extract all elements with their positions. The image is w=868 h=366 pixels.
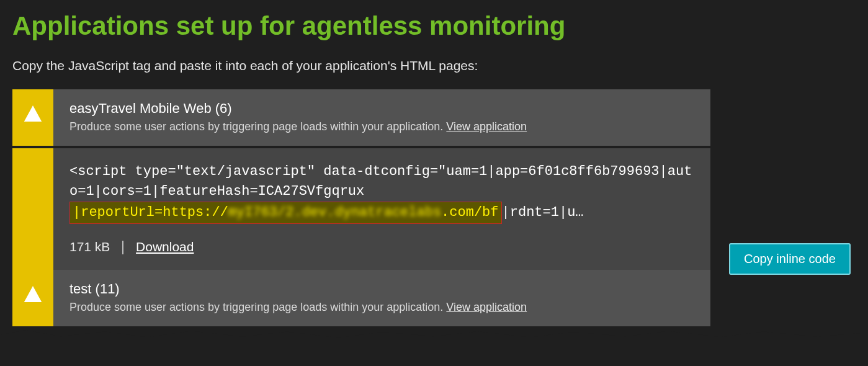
application-name: test (11)	[69, 281, 697, 297]
separator	[122, 241, 123, 254]
code-snippet: <script type="text/javascript" data-dtco…	[69, 162, 694, 224]
warning-icon	[24, 286, 42, 302]
code-size: 171 kB	[69, 239, 110, 254]
application-row: test (11) Produce some user actions by t…	[12, 270, 710, 326]
code-text-post: |rdnt=1|u…	[502, 205, 584, 220]
redacted-host: myI763/2.dev.dynatracelabs	[228, 203, 441, 223]
application-name: easyTravel Mobile Web (6)	[69, 100, 697, 117]
warning-icon	[24, 105, 42, 122]
warning-stripe	[12, 148, 53, 270]
page-title: Applications set up for agentless monito…	[12, 11, 856, 41]
copy-inline-code-button[interactable]: Copy inline code	[729, 243, 851, 275]
applications-list: easyTravel Mobile Web (6) Produce some u…	[12, 89, 710, 329]
view-application-link[interactable]: View application	[446, 120, 527, 133]
application-hint: Produce some user actions by triggering …	[69, 301, 697, 314]
application-hint: Produce some user actions by triggering …	[69, 120, 697, 133]
application-row: easyTravel Mobile Web (6) Produce some u…	[12, 89, 710, 146]
warning-stripe	[12, 270, 53, 326]
code-text-pre: <script type="text/javascript" data-dtco…	[69, 164, 692, 199]
highlighted-report-url: |reportUrl=https://myI763/2.dev.dynatrac…	[69, 202, 502, 224]
warning-stripe	[12, 89, 53, 146]
page-subtitle: Copy the JavaScript tag and paste it int…	[12, 58, 856, 73]
application-hint-text: Produce some user actions by triggering …	[69, 301, 443, 313]
highlight-text: |reportUrl=https://	[73, 205, 228, 220]
view-application-link[interactable]: View application	[446, 301, 527, 313]
code-block: <script type="text/javascript" data-dtco…	[12, 148, 710, 270]
highlight-tail: .com/bf	[441, 205, 498, 220]
application-hint-text: Produce some user actions by triggering …	[69, 120, 443, 133]
download-link[interactable]: Download	[136, 239, 194, 254]
code-meta: 171 kB Download	[69, 238, 694, 256]
